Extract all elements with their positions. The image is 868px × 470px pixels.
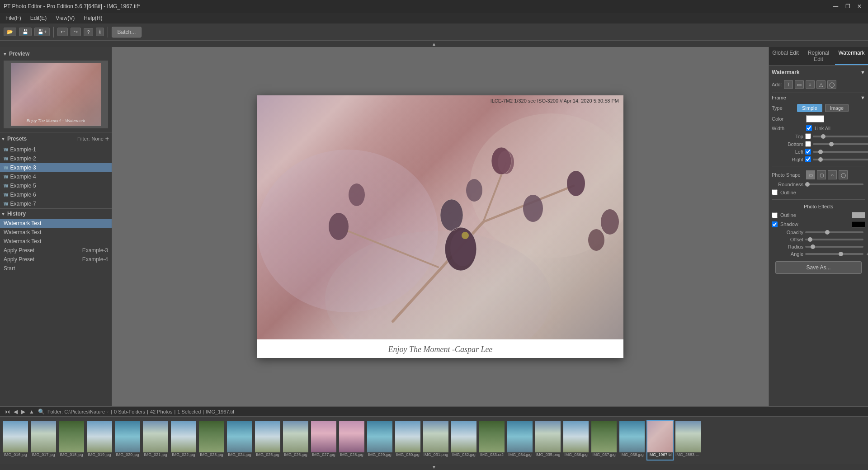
history-item-2[interactable]: Watermark Text — [0, 228, 112, 237]
maximize-button[interactable]: ❐ — [843, 3, 853, 9]
thumb-img_016[interactable]: IMG_016.jpg — [2, 420, 29, 461]
shadow-checkbox[interactable] — [772, 221, 778, 227]
nav-search[interactable]: 🔍 — [37, 409, 46, 415]
shadow-color-box[interactable] — [852, 221, 865, 227]
left-checkbox[interactable] — [805, 149, 811, 155]
save-as-button[interactable]: Save As... — [775, 261, 862, 274]
top-slider[interactable] — [813, 136, 868, 137]
thumb-img_023[interactable]: IMG_023.jpg — [198, 420, 225, 461]
thumb-img_021[interactable]: IMG_021.jpg — [142, 420, 169, 461]
thumb-img_034[interactable]: IMG_034.jpg — [506, 420, 533, 461]
toolbar-open[interactable]: 📂 — [4, 28, 16, 36]
thumb-img_2883[interactable]: IMG_2883.CR2 — [675, 420, 702, 461]
opacity-slider[interactable] — [805, 231, 863, 233]
thumb-img_037[interactable]: IMG_037.jpg — [590, 420, 618, 461]
preset-item-3[interactable]: W Example-3 — [0, 163, 112, 172]
history-item-4[interactable]: Apply Preset Example-3 — [0, 246, 112, 255]
toolbar-help[interactable]: ? — [84, 28, 93, 36]
thumb-img_038[interactable]: IMG_038.jpg — [618, 420, 646, 461]
radius-slider[interactable] — [805, 246, 863, 248]
shape-ellipse-icon[interactable]: ◯ — [839, 170, 848, 179]
toolbar-info[interactable]: ℹ — [96, 28, 104, 36]
thumb-img_031[interactable]: IMG_031.png — [422, 420, 449, 461]
thumb-img_027[interactable]: IMG_027.jpg — [310, 420, 337, 461]
thumb-img_020[interactable]: IMG_020.jpg — [114, 420, 141, 461]
thumb-img_029[interactable]: IMG_029.jpg — [366, 420, 393, 461]
minimize-button[interactable]: — — [830, 3, 841, 9]
add-circle-button[interactable]: ○ — [806, 80, 815, 89]
right-slider[interactable] — [813, 159, 868, 160]
toolbar-undo[interactable]: ↩ — [57, 28, 68, 36]
preview-header[interactable]: ▼ Preview — [2, 49, 110, 59]
history-item-6[interactable]: Start — [0, 264, 112, 273]
frame-dropdown-button[interactable]: ▼ — [860, 95, 865, 100]
top-collapse-arrow[interactable]: ▲ — [0, 41, 868, 47]
batch-button[interactable]: Batch... — [112, 27, 142, 38]
watermark-dropdown-button[interactable]: ▼ — [860, 70, 865, 75]
nav-up[interactable]: ▲ — [28, 409, 35, 415]
thumb-img_1967[interactable]: IMG_1967.tif — [646, 420, 674, 461]
shape-circle-icon[interactable]: ○ — [828, 170, 837, 179]
toolbar-save-as[interactable]: 💾+ — [34, 28, 50, 36]
tab-regional-edit[interactable]: Regional Edit — [802, 47, 835, 65]
preset-item-7[interactable]: W Example-7 — [0, 199, 112, 208]
add-rect-button[interactable]: ▭ — [795, 80, 804, 89]
thumb-img_036[interactable]: IMG_036.jpg — [562, 420, 590, 461]
shape-rounded-icon[interactable]: ▢ — [817, 170, 826, 179]
shape-rect-icon[interactable]: ▭ — [806, 170, 815, 179]
nav-back-back[interactable]: ⏮ — [4, 409, 11, 415]
effects-outline-color[interactable] — [852, 212, 865, 218]
tab-watermark[interactable]: Watermark — [835, 47, 868, 65]
thumb-img_019[interactable]: IMG_019.jpg — [86, 420, 113, 461]
offset-slider[interactable] — [805, 239, 863, 240]
tab-global-edit[interactable]: Global Edit — [769, 47, 802, 65]
angle-slider[interactable] — [805, 253, 863, 255]
type-simple-button[interactable]: Simple — [797, 104, 822, 112]
bottom-checkbox[interactable] — [805, 141, 811, 147]
bottom-collapse-arrow[interactable]: ▼ — [0, 464, 868, 470]
preset-item-4[interactable]: W Example-4 — [0, 172, 112, 181]
outline-checkbox[interactable] — [772, 189, 778, 195]
nav-forward[interactable]: ▶ — [20, 409, 26, 415]
preset-item-1[interactable]: W Example-1 — [0, 145, 112, 154]
bottom-slider[interactable] — [813, 143, 868, 145]
preset-item-2[interactable]: W Example-2 — [0, 154, 112, 163]
history-header[interactable]: ▼ History — [0, 209, 112, 219]
top-checkbox[interactable] — [805, 133, 811, 139]
thumb-img_025[interactable]: IMG_025.jpg — [254, 420, 281, 461]
history-item-3[interactable]: Watermark Text — [0, 237, 112, 246]
thumb-img_017[interactable]: IMG_017.jpg — [30, 420, 57, 461]
menu-edit[interactable]: Edit(E) — [27, 14, 51, 22]
effects-outline-checkbox[interactable] — [772, 212, 778, 218]
menu-help[interactable]: Help(H) — [80, 14, 106, 22]
presets-header[interactable]: ▼ Presets Filter: None + — [0, 132, 112, 145]
roundness-slider[interactable] — [805, 183, 863, 185]
preset-item-5[interactable]: W Example-5 — [0, 181, 112, 190]
thumb-img_026[interactable]: IMG_026.jpg — [282, 420, 309, 461]
toolbar-save[interactable]: 💾 — [19, 28, 32, 36]
left-slider[interactable] — [813, 151, 868, 153]
thumb-img_033[interactable]: IMG_033.cr2 — [478, 420, 505, 461]
history-item-5[interactable]: Apply Preset Example-4 — [0, 255, 112, 264]
history-item-1[interactable]: Watermark Text — [0, 219, 112, 228]
add-triangle-button[interactable]: △ — [816, 80, 826, 89]
thumb-img_024[interactable]: IMG_024.jpg — [226, 420, 253, 461]
menu-file[interactable]: File(F) — [2, 14, 25, 22]
color-picker[interactable] — [806, 115, 824, 122]
thumb-img_028[interactable]: IMG_028.jpg — [338, 420, 365, 461]
thumb-img_035[interactable]: IMG_035.png — [534, 420, 561, 461]
thumbnails-scroll[interactable]: IMG_016.jpg IMG_017.jpg IMG_018.jpg IMG_… — [0, 418, 868, 462]
link-all-checkbox[interactable] — [806, 125, 812, 131]
menu-view[interactable]: View(V) — [52, 14, 78, 22]
thumb-img_030[interactable]: IMG_030.jpg — [394, 420, 421, 461]
nav-back[interactable]: ◀ — [13, 409, 19, 415]
toolbar-redo[interactable]: ↪ — [71, 28, 81, 36]
add-text-button[interactable]: T — [784, 80, 793, 89]
thumb-img_018[interactable]: IMG_018.jpg — [58, 420, 85, 461]
thumb-img_022[interactable]: IMG_022.jpg — [170, 420, 197, 461]
right-checkbox[interactable] — [805, 156, 811, 162]
close-button[interactable]: ✕ — [854, 3, 864, 9]
filter-add-icon[interactable]: + — [105, 135, 109, 142]
type-image-button[interactable]: Image — [825, 104, 849, 112]
preset-item-6[interactable]: W Example-6 — [0, 190, 112, 199]
